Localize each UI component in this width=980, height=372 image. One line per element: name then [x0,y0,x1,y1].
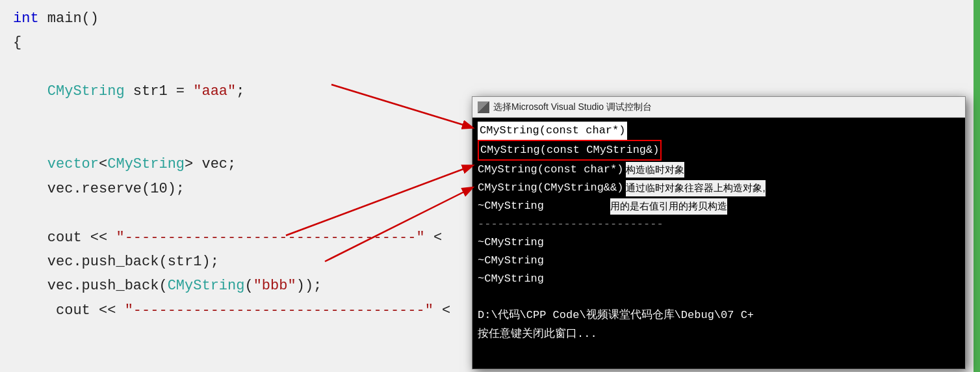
annotation-rvalue: 通过临时对象往容器上构造对象, [626,180,765,196]
code-text: < [425,226,442,250]
string-bbb: "bbb" [253,274,296,298]
console-line-3: CMyString(const char*) 构造临时对象 [478,161,960,179]
console-text-9: ~CMyString [478,270,544,288]
press-key-text: 按任意键关闭此窗口... [478,325,597,343]
type-cmystring2: CMyString [107,152,185,176]
console-text-5: ~CMyString [478,197,610,215]
console-text-4: CMyString(CMyString&&) [478,179,623,197]
console-path-text: D:\代码\CPP Code\视频课堂代码仓库\Debug\07 C+ [478,306,754,325]
console-titlebar: 选择Microsoft Visual Studio 调试控制台 [472,97,965,118]
string-literal: "aaa" [193,79,236,103]
console-icon [478,101,489,113]
console-body: CMyString(const char*) CMyString(const C… [472,118,965,347]
console-text-8: ~CMyString [478,252,544,270]
code-text: cout << [13,226,116,250]
console-line-7: ~CMyString [478,233,960,252]
console-line-4: CMyString(CMyString&&) 通过临时对象往容器上构造对象, [478,179,960,197]
code-text: str1 = [125,79,194,103]
console-window[interactable]: 选择Microsoft Visual Studio 调试控制台 CMyStrin… [472,96,966,369]
console-title: 选择Microsoft Visual Studio 调试控制台 [493,101,652,113]
green-bar [974,0,980,372]
console-line-2: CMyString(const CMyString&) [478,140,960,161]
code-text: cout << [13,299,125,323]
code-text: ( [244,274,253,298]
code-text: vec.push_back(str1); [13,250,219,274]
type-cmystring: CMyString [47,79,125,103]
console-press-key: 按任意键关闭此窗口... [478,325,960,343]
code-text [13,152,47,176]
console-line-9: ~CMyString [478,270,960,288]
highlighted-line-2: CMyString(const CMyString&) [478,140,662,161]
console-path: D:\代码\CPP Code\视频课堂代码仓库\Debug\07 C+ [478,306,960,325]
code-text: < [433,299,450,323]
annotation-rvalue2: 用的是右值引用的拷贝构造 [610,198,727,215]
console-text-3: CMyString(const char*) [478,161,623,179]
code-text: vec.reserve(10); [13,177,185,201]
code-text: )); [296,274,322,298]
code-text: ; [236,79,244,103]
console-line-1: CMyString(const char*) [478,122,960,140]
code-line-2: { [13,31,967,55]
code-text: < [99,152,107,176]
keyword-int: int [13,7,39,31]
console-line-10 [478,288,960,306]
string-dashes1: "----------------------------------" [116,226,424,250]
code-text: { [13,31,21,55]
code-text: > vec; [185,152,236,176]
console-line-8: ~CMyString [478,252,960,270]
divider-text: ---------------------------- [478,215,664,233]
type-vector: vector [47,152,99,176]
type-cmystring3: CMyString [168,274,245,298]
annotation-temp-obj: 构造临时对象 [626,162,684,178]
code-line-1: int main() [13,7,967,31]
console-divider: ---------------------------- [478,215,960,233]
code-text: main() [39,7,99,31]
code-line-3 [13,55,967,79]
console-text-7: ~CMyString [478,233,544,252]
string-dashes2: "----------------------------------" [125,299,433,323]
console-line-5: ~CMyString 用的是右值引用的拷贝构造 [478,197,960,215]
code-text [13,79,47,103]
highlighted-line-1: CMyString(const char*) [478,122,627,140]
code-text: vec.push_back( [13,274,168,298]
